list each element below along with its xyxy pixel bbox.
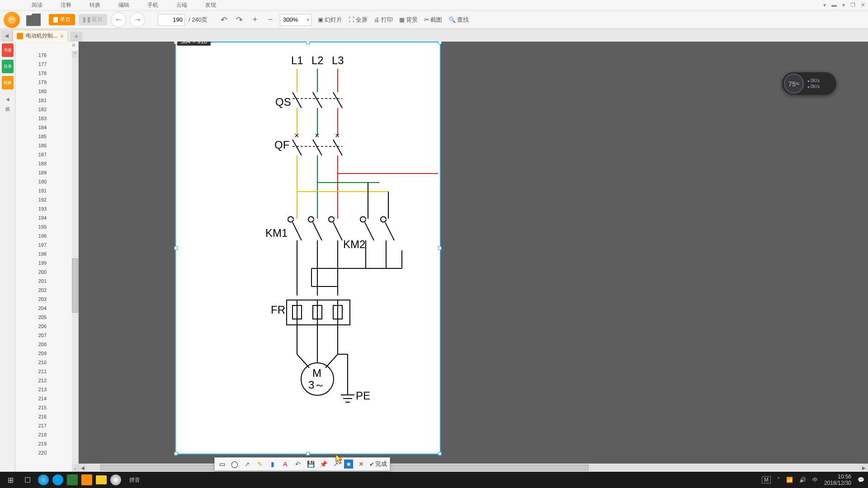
- taskbar-clock[interactable]: 10:56 2018/12/30: [824, 474, 851, 487]
- document-viewport[interactable]: L2 FU SB1 3 SB3: [79, 42, 868, 472]
- thumb-page[interactable]: 194: [15, 213, 78, 222]
- tray-ime-icon[interactable]: 中: [812, 476, 818, 484]
- menu-convert[interactable]: 转换: [90, 1, 100, 9]
- screenshot-button[interactable]: ✂ 截图: [424, 16, 442, 24]
- hscroll-right-icon[interactable]: ▶: [860, 464, 868, 472]
- thumb-page[interactable]: 210: [15, 358, 78, 367]
- app-icon[interactable]: [4, 12, 20, 28]
- tab-close-icon[interactable]: ×: [60, 33, 64, 40]
- snip-done-button[interactable]: ✔完成: [369, 460, 387, 468]
- menu-note[interactable]: 注释: [61, 1, 71, 9]
- tray-volume-icon[interactable]: 🔊: [799, 477, 806, 483]
- thumb-page[interactable]: 203: [15, 295, 78, 304]
- thumb-page[interactable]: 204: [15, 304, 78, 313]
- selection-handle-w[interactable]: [174, 246, 178, 250]
- thumb-page[interactable]: 213: [15, 385, 78, 394]
- thumb-page[interactable]: 178: [15, 69, 78, 78]
- thumbs-scroll-down-icon[interactable]: ⌄: [72, 465, 78, 472]
- thumb-page[interactable]: 185: [15, 132, 78, 141]
- thumb-page[interactable]: 208: [15, 340, 78, 349]
- open-file-icon[interactable]: [26, 14, 41, 26]
- snip-pin-icon[interactable]: 📌: [319, 460, 328, 469]
- selection-handle-se[interactable]: [438, 452, 442, 455]
- snip-save-icon[interactable]: 💾: [306, 460, 315, 469]
- thumb-page[interactable]: 183: [15, 114, 78, 123]
- snip-rect-icon[interactable]: ▭: [217, 460, 226, 469]
- menu-mobile[interactable]: 手机: [147, 1, 158, 9]
- thumb-page[interactable]: 214: [15, 394, 78, 403]
- tab-pin-icon[interactable]: ◀: [1, 30, 13, 42]
- undo-icon[interactable]: ↶: [218, 14, 230, 26]
- tray-m-icon[interactable]: M: [762, 476, 771, 483]
- thumb-page[interactable]: 217: [15, 421, 78, 430]
- snip-undo-icon[interactable]: ↶: [293, 460, 302, 469]
- sidebar-bookmarks-icon[interactable]: 书签: [2, 43, 14, 57]
- snip-ellipse-icon[interactable]: ◯: [230, 460, 239, 469]
- thumb-page[interactable]: 187: [15, 150, 78, 159]
- print-button[interactable]: 🖨 打印: [374, 16, 393, 24]
- background-button[interactable]: ▦ 背景: [399, 16, 418, 24]
- tray-notifications-icon[interactable]: 💬: [858, 477, 864, 483]
- selection-handle-sw[interactable]: [174, 452, 178, 455]
- taskbar-explorer-icon[interactable]: [96, 475, 107, 484]
- thumb-page[interactable]: 195: [15, 222, 78, 231]
- thumb-page[interactable]: 205: [15, 313, 78, 322]
- thumb-page[interactable]: 198: [15, 249, 78, 258]
- win-min-icon[interactable]: ▬: [831, 2, 837, 8]
- next-page-button[interactable]: →: [130, 12, 145, 28]
- thumb-page[interactable]: 216: [15, 412, 78, 421]
- taskbar-ime-label[interactable]: 拼音: [129, 476, 140, 484]
- win-max-icon[interactable]: ❐: [850, 2, 855, 8]
- thumb-page[interactable]: 179: [15, 78, 78, 87]
- thumb-page[interactable]: 215: [15, 403, 78, 412]
- thumbs-scroll-up-icon[interactable]: ⌃: [72, 51, 78, 58]
- zoom-in-icon[interactable]: +: [249, 14, 261, 26]
- slideshow-button[interactable]: ▣ 幻灯片: [318, 16, 342, 24]
- sidebar-outline-icon[interactable]: 目录: [2, 60, 14, 73]
- thumb-page[interactable]: 218: [15, 430, 78, 439]
- selection-handle-s[interactable]: [306, 452, 310, 455]
- performance-widget[interactable]: 75% 0K/s 0K/s: [782, 72, 836, 95]
- redo-icon[interactable]: ↷: [234, 14, 245, 26]
- menu-read[interactable]: 阅读: [32, 1, 42, 9]
- sidebar-convert-icon[interactable]: 转换: [2, 76, 14, 89]
- thumb-page[interactable]: 197: [15, 240, 78, 249]
- snip-text-icon[interactable]: A: [281, 460, 290, 469]
- thumb-page[interactable]: 191: [15, 186, 78, 195]
- tab-add-button[interactable]: +: [71, 32, 82, 42]
- thumb-page[interactable]: 212: [15, 376, 78, 385]
- page-input[interactable]: [158, 14, 185, 26]
- snip-highlight-icon[interactable]: ▮: [268, 460, 277, 469]
- thumb-page[interactable]: 206: [15, 322, 78, 331]
- thumbs-list[interactable]: 1761771781791801811821831841851861871881…: [15, 51, 78, 472]
- menu-discover[interactable]: 发现: [205, 1, 216, 9]
- thumb-page[interactable]: 196: [15, 231, 78, 240]
- thumb-page[interactable]: 188: [15, 159, 78, 168]
- taskbar-app-4[interactable]: [81, 474, 92, 485]
- tray-network-icon[interactable]: 📶: [786, 477, 793, 483]
- thumbs-scroll-handle[interactable]: [72, 258, 78, 313]
- screenshot-selection[interactable]: L1 L2 L3 QS: [176, 42, 440, 454]
- selection-handle-e[interactable]: [438, 246, 442, 250]
- thumb-page[interactable]: 200: [15, 267, 78, 277]
- tray-up-icon[interactable]: ˄: [777, 477, 780, 483]
- zoom-out-icon[interactable]: −: [264, 14, 276, 26]
- selection-handle-ne[interactable]: [438, 42, 442, 44]
- single-page-button[interactable]: 单页: [49, 14, 75, 25]
- thumbs-scrollbar[interactable]: ⌃ ⌄: [72, 51, 78, 472]
- thumb-page[interactable]: 181: [15, 96, 78, 105]
- thumb-page[interactable]: 201: [15, 277, 78, 286]
- thumb-page[interactable]: 177: [15, 60, 78, 69]
- taskbar-app-3[interactable]: [67, 474, 78, 485]
- thumb-page[interactable]: 182: [15, 105, 78, 114]
- sidebar-collapse-label[interactable]: ◀ 收起: [5, 97, 11, 103]
- hscroll-left-icon[interactable]: ◀: [79, 464, 87, 472]
- snip-cancel-icon[interactable]: ✕: [357, 460, 366, 469]
- thumb-page[interactable]: 189: [15, 168, 78, 177]
- thumb-page[interactable]: 193: [15, 204, 78, 213]
- thumb-page[interactable]: 219: [15, 439, 78, 448]
- thumb-page[interactable]: 220: [15, 448, 78, 457]
- thumb-page[interactable]: 192: [15, 195, 78, 204]
- menu-cloud[interactable]: 云端: [176, 1, 187, 9]
- document-tab[interactable]: 电动机控制... ×: [13, 30, 68, 42]
